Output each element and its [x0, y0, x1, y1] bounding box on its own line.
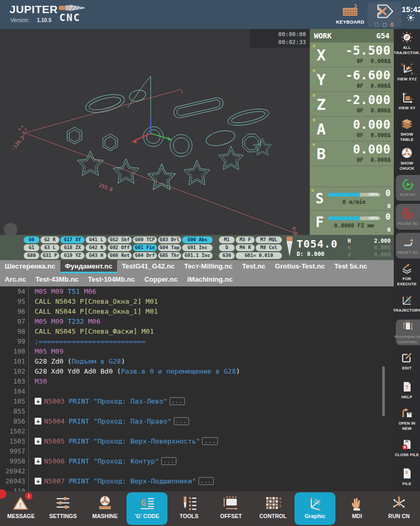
- dro-panel: WORK G54 0+X-5.5000F0.000Δ0+Y-6.6000F0.0…: [310, 29, 394, 235]
- code-line[interactable]: 102G28 Xd0 Yd0 Ad0 Bd0 (Разв.в 0 и перем…: [0, 366, 394, 376]
- nav-run-cn-button[interactable]: RUN CN: [378, 491, 420, 526]
- collapsed-code-box[interactable]: ...: [174, 417, 189, 425]
- code-line[interactable]: 100M05 M09: [0, 346, 394, 356]
- line-number: 1502: [0, 427, 28, 435]
- file-tab[interactable]: Шестеренка.nc: [0, 260, 60, 273]
- feed-row[interactable]: F 100% 0.0000 FZ мм 0 0: [310, 210, 394, 234]
- file-tab[interactable]: iMachining.nc: [183, 273, 238, 286]
- brightness-icon[interactable]: [407, 14, 415, 23]
- spindle-override-bar[interactable]: 100%: [328, 193, 380, 197]
- nav-item-label: RUN CN: [388, 513, 410, 519]
- file-tab[interactable]: Test-43Mb.nc: [30, 273, 83, 286]
- sidebar-view-xyz-button[interactable]: ZYXVIEW XYZ: [394, 58, 420, 87]
- editor-scrollbar[interactable]: [382, 366, 385, 416]
- axis-zero-flag: 0: [313, 68, 315, 73]
- spindle-letter: S: [316, 188, 328, 209]
- sidebar-for-execute-button[interactable]: FOR EXECUTE: [394, 260, 420, 289]
- gcode-status-pill: G31 P: [40, 252, 59, 259]
- nav-mdi-button[interactable]: MDI: [336, 491, 378, 526]
- nav-message-button[interactable]: !MESSAGE!: [0, 491, 42, 526]
- code-line[interactable]: 9958+N5006 PRINT "Проход: Контур"...: [0, 456, 394, 466]
- code-line[interactable]: 9957: [0, 446, 394, 456]
- tool-offsets: H2.000h0.000d0.000: [348, 238, 391, 258]
- spindle-row[interactable]: 0 S 100% 0 m/min 0 0: [310, 187, 394, 210]
- gcode-editor[interactable]: 94M05 M09 T51 M0695CALL N5043 P[Слева_Ок…: [0, 286, 394, 491]
- gcode-status-pill: G42 R: [86, 244, 107, 251]
- feed-override-bar[interactable]: 100%: [328, 216, 380, 220]
- sidebar-run-nc-button[interactable]: RUN NC: [396, 175, 420, 201]
- file-tab[interactable]: Test 5x.nc: [330, 260, 372, 273]
- file-tab[interactable]: TestG41_G42.nc: [117, 260, 180, 273]
- collapsed-code-box[interactable]: ...: [161, 457, 176, 465]
- code-line[interactable]: 856+N5004 PRINT "Проход: Паз-Право"...: [0, 416, 394, 426]
- code-line[interactable]: 94M05 M09 T51 M06: [0, 286, 394, 296]
- code-line[interactable]: 96CALL N5044 P[Слева_Окна_1] M01: [0, 306, 394, 316]
- code-line[interactable]: 26942: [0, 466, 394, 476]
- axis-row-y[interactable]: 0+Y-6.6000F0.000Δ: [310, 67, 394, 92]
- file-tab[interactable]: Тест-Milling.nc: [180, 260, 237, 273]
- sidebar-show-chuck-button[interactable]: SHOW CHUCK: [394, 145, 420, 173]
- nav-tools-button[interactable]: TOOLS: [168, 491, 210, 526]
- nav-offset-button[interactable]: OFFSET: [210, 491, 252, 526]
- fold-toggle[interactable]: +: [35, 478, 41, 484]
- file-tab[interactable]: Grotius-Test.nc: [270, 260, 330, 273]
- fold-toggle[interactable]: +: [35, 418, 41, 425]
- sidebar-accompanying-documentation-button[interactable]: Accompan.do cumentat.: [396, 319, 420, 345]
- collapsed-code-box[interactable]: ...: [198, 477, 214, 485]
- axis-row-z[interactable]: 0+Z-2.0000F0.000Δ: [310, 92, 394, 117]
- file-tab[interactable]: Test-104Mb.nc: [83, 273, 140, 286]
- sidebar-help-button[interactable]: ?HELP: [394, 376, 420, 405]
- sidebar-view-xy-button[interactable]: YxVIEW XY: [394, 87, 420, 116]
- line-number: 26942: [0, 467, 28, 475]
- code-line[interactable]: 101G28 Zd0 (Подъем в G28): [0, 356, 394, 366]
- sidebar-reset-nc-button[interactable]: RESET NC: [396, 233, 420, 259]
- bottom-nav: !MESSAGE!SETTINGSMASHINEG'G' CODETOOLSOF…: [0, 491, 420, 526]
- file-tab[interactable]: Copper.nc: [140, 273, 183, 286]
- collapsed-code-box[interactable]: ...: [202, 437, 217, 445]
- sidebar-edit-button[interactable]: EDIT: [394, 347, 420, 376]
- code-line[interactable]: 26943+N5007 PRINT "Проход: Верх-Подшипни…: [0, 476, 394, 486]
- sidebar-close-file-button[interactable]: CLOSE FILE: [394, 434, 420, 462]
- gcode-status-pill: G85 Thr: [158, 252, 181, 259]
- axis-row-x[interactable]: 0+X-5.5000F0.000Δ: [310, 43, 394, 67]
- file-tab[interactable]: Test.nc: [237, 260, 270, 273]
- sidebar-all-trajectories-button[interactable]: ALL TRAJECTOR.: [394, 29, 420, 58]
- nav-g-code-button[interactable]: G'G' CODE: [127, 492, 167, 525]
- stop-button[interactable]: 0: [368, 2, 401, 27]
- axis-row-b[interactable]: 0+B0.0000F0.000Δ: [310, 141, 394, 166]
- collapsed-code-box[interactable]: ...: [170, 397, 185, 405]
- sidebar-trajectory-button[interactable]: TRAJECTORY: [394, 289, 420, 318]
- file-tab[interactable]: Arc.nc: [0, 273, 30, 286]
- code-line[interactable]: 855: [0, 406, 394, 416]
- active-tool-panel[interactable]: T054.0 D: 8.000 H2.000h0.000d0.000: [284, 235, 394, 260]
- code-line[interactable]: 1503+N5005 PRINT "Проход: Верх-Поверхнос…: [0, 436, 394, 446]
- fold-toggle[interactable]: +: [35, 398, 41, 405]
- code-line[interactable]: 97M05 M09 T232 M06: [0, 316, 394, 326]
- code-line[interactable]: 103M30: [0, 376, 394, 386]
- code-line[interactable]: 95CALL N5043 P[Слева_Окна_2] M01: [0, 296, 394, 306]
- fold-toggle[interactable]: +: [35, 438, 41, 445]
- fold-toggle[interactable]: +: [35, 458, 41, 465]
- file-tabs: Шестеренка.ncФундамент.ncTestG41_G42.ncТ…: [0, 260, 394, 286]
- code-line[interactable]: 98CALL N5045 P[Слева_Фаски] M01: [0, 326, 394, 336]
- nav-item-label: MASHINE: [92, 513, 118, 519]
- sidebar-pause-nc-button[interactable]: PAUSE NC: [396, 204, 420, 230]
- nav-graphic-button[interactable]: Graphic: [295, 492, 335, 525]
- code-line[interactable]: 99;==========================: [0, 336, 394, 346]
- code-line[interactable]: 105+N5003 PRINT "Проход: Паз-Лево"...: [0, 396, 394, 406]
- axis-row-a[interactable]: 0+A0.0000F0.000Δ: [310, 117, 394, 141]
- wcs-label[interactable]: G54: [376, 32, 390, 40]
- file-tab[interactable]: Фундамент.nc: [60, 260, 117, 273]
- axis-delta: 0.000Δ: [371, 107, 391, 114]
- sidebar-file-button[interactable]: FILE: [394, 462, 420, 491]
- nav-control-button[interactable]: XYZCONTROL: [252, 491, 294, 526]
- sidebar-show-table-button[interactable]: SHOW TABLE: [394, 116, 420, 145]
- code-line[interactable]: 110: [0, 486, 394, 491]
- code-line[interactable]: 104: [0, 386, 394, 396]
- toolpath-viewport[interactable]: 00:00:00 00:02:33 -139.2 255.8 6.6 0.0 0…: [0, 29, 310, 235]
- sidebar-open-in-new-button[interactable]: OPEN IN NEW: [394, 405, 420, 434]
- code-line[interactable]: 1502: [0, 426, 394, 436]
- nav-settings-button[interactable]: SETTINGS: [42, 491, 84, 526]
- nav-machine-button[interactable]: MASHINE: [84, 491, 126, 526]
- keyboard-button[interactable]: KEYBOARD: [334, 4, 366, 25]
